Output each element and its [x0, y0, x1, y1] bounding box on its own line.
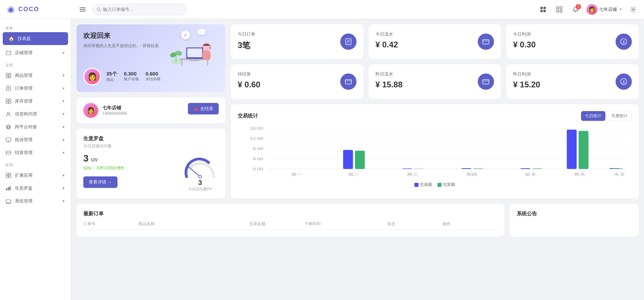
- svg-rect-22: [9, 76, 11, 78]
- sidebar-section-menu: 菜单: [0, 22, 71, 32]
- svg-rect-41: [9, 176, 11, 178]
- yesterday-flow-label: 昨日流水: [375, 71, 494, 77]
- header-right: 2 👩 七年店铺 ▼: [538, 4, 639, 15]
- today-profit-value: ¥ 0.30: [513, 40, 632, 49]
- menu-toggle-button[interactable]: [77, 4, 88, 15]
- fullscreen-button[interactable]: [554, 4, 565, 15]
- sidebar-item-cross-platform[interactable]: 跨平台对接 ▼: [0, 121, 71, 133]
- product-label: 商品: [106, 77, 117, 82]
- chevron-icon-extend: ▼: [62, 173, 65, 177]
- logo-area: COCO: [5, 4, 73, 15]
- compass-subtitle: 今日店铺访问量: [83, 143, 219, 149]
- sidebar-item-supplier[interactable]: 供货和代理 ▼: [0, 108, 71, 121]
- business-icon: [5, 185, 12, 191]
- today-orders-value: 3笔: [238, 40, 357, 51]
- today-flow-value: ¥ 0.42: [375, 40, 494, 49]
- svg-rect-27: [6, 99, 8, 101]
- grid-view-button[interactable]: [538, 4, 549, 15]
- tab-7day[interactable]: 七日统计: [581, 111, 605, 121]
- chevron-icon-supplier: ▼: [62, 112, 65, 116]
- unsettled-value: 0.600: [146, 71, 160, 77]
- view-detail-button[interactable]: 查看详情 →: [83, 176, 117, 188]
- compass-gauge: 3 今日访问量PV: [181, 153, 219, 192]
- svg-text:周二: 周二: [348, 172, 359, 176]
- stat-card-pending: 待结算 ¥ 0.60: [231, 64, 363, 99]
- sidebar-label-store: 店铺管理: [15, 50, 33, 56]
- pending-label: 待结算: [238, 71, 357, 77]
- inventory-icon: [5, 98, 12, 104]
- svg-rect-15: [560, 10, 562, 12]
- svg-text:周四: 周四: [466, 172, 477, 176]
- arrow-up-icon: ↑: [93, 166, 95, 171]
- top-section: 欢迎回来 未经审视的人生是不值得过的。- 苏格拉底: [77, 24, 639, 198]
- svg-rect-75: [345, 80, 351, 84]
- sidebar-item-dashboard[interactable]: 🏠 仪表盘: [3, 32, 68, 45]
- dashboard-icon: 🏠: [8, 36, 14, 42]
- sidebar-item-settlement[interactable]: 结算管理 ▼: [0, 146, 71, 159]
- left-column: 欢迎回来 未经审视的人生是不值得过的。- 苏格拉底: [77, 24, 226, 198]
- svg-rect-39: [9, 173, 11, 175]
- svg-point-31: [7, 112, 9, 114]
- welcome-card: 欢迎回来 未经审视的人生是不值得过的。- 苏格拉底: [77, 24, 226, 92]
- product-count: 35个: [106, 71, 117, 77]
- unsettled-label: 未结余额: [146, 77, 160, 82]
- orders-card: 最新订单 订单号 商品名称 交易金额 下单时间 状态 操作: [77, 204, 505, 237]
- sidebar: 菜单 🏠 仪表盘 店铺管理 ▼ 运营 商品管理 ▼ 订单管理 ▼: [0, 19, 71, 300]
- svg-rect-10: [540, 10, 543, 12]
- legend-tx-color: [414, 183, 418, 187]
- chevron-icon-settlement: ▼: [62, 151, 65, 155]
- svg-point-66: [199, 176, 201, 178]
- sidebar-item-complaint[interactable]: 投诉管理 ▼: [0, 133, 71, 146]
- sidebar-label-product: 商品管理: [15, 72, 33, 79]
- svg-text:8.00: 8.00: [253, 147, 264, 151]
- settlement-icon: [5, 150, 12, 156]
- svg-text:周一: 周一: [291, 172, 302, 176]
- store-card: 👩 七年店铺 18888888888 🔖 去结算: [77, 98, 226, 123]
- balance-label: 账户余额: [124, 77, 139, 82]
- legend-settle-color: [437, 183, 442, 187]
- store-avatar: 👩: [83, 103, 98, 118]
- compass-left: 3 UV 50% ↑ 与昨日同比增长 查看详情 →: [83, 153, 125, 188]
- settings-button[interactable]: [628, 4, 639, 15]
- svg-rect-77: [483, 80, 489, 84]
- welcome-illustration: [166, 28, 220, 70]
- sidebar-item-store-manage[interactable]: 店铺管理 ▼: [0, 46, 71, 59]
- svg-rect-35: [6, 138, 11, 141]
- sidebar-item-order[interactable]: 订单管理 ▼: [0, 82, 71, 95]
- chevron-icon-inventory: ▼: [62, 99, 65, 103]
- settle-icon: 🔖: [193, 106, 199, 111]
- sidebar-label-inventory: 库存管理: [15, 98, 33, 104]
- stat-card-today-orders: 今日订单 3笔: [231, 24, 363, 59]
- today-orders-label: 今日订单: [238, 31, 357, 37]
- search-input[interactable]: [103, 7, 183, 12]
- profile-avatar: 👩: [83, 68, 101, 85]
- compass-growth: 50% ↑ 与昨日同比增长: [83, 165, 125, 171]
- profile-stats: 35个 商品 0.300 账户余额 0.600 未结余额: [106, 71, 160, 82]
- notification-button[interactable]: 2: [570, 4, 581, 15]
- svg-rect-71: [483, 40, 489, 44]
- settle-button[interactable]: 🔖 去结算: [188, 103, 219, 114]
- sidebar-item-system[interactable]: 系统管理 ▼: [0, 195, 71, 208]
- store-info: 👩 七年店铺 18888888888: [83, 103, 127, 118]
- sidebar-item-inventory[interactable]: 库存管理 ▼: [0, 95, 71, 108]
- supplier-icon: [5, 111, 12, 117]
- svg-rect-14: [557, 10, 559, 12]
- bar-tue-tx: [343, 150, 353, 169]
- sidebar-item-product[interactable]: 商品管理 ▼: [0, 69, 71, 82]
- pv-label: 今日访问量PV: [188, 187, 212, 192]
- sidebar-item-business[interactable]: 生意罗盘 ▼: [0, 182, 71, 195]
- svg-text:4.00: 4.00: [253, 157, 264, 161]
- today-profit-icon: $: [616, 34, 632, 50]
- tab-monthly[interactable]: 月度统计: [607, 111, 632, 121]
- sidebar-label-complaint: 投诉管理: [15, 137, 33, 143]
- user-info[interactable]: 👩 七年店铺 ▼: [586, 4, 622, 15]
- svg-rect-8: [540, 7, 543, 9]
- svg-rect-19: [6, 73, 8, 75]
- sidebar-item-extend-app[interactable]: 扩展应用 ▼: [0, 169, 71, 182]
- settle-label: 去结算: [200, 106, 213, 112]
- search-bar: [92, 4, 187, 15]
- stat-card-yesterday-flow: 昨日流水 ¥ 15.88: [369, 64, 501, 99]
- svg-text:$: $: [623, 40, 625, 44]
- profile-section: 👩 35个 商品 0.300 账户余额 0.600: [83, 68, 160, 85]
- announcements-card: 系统公告: [510, 204, 639, 237]
